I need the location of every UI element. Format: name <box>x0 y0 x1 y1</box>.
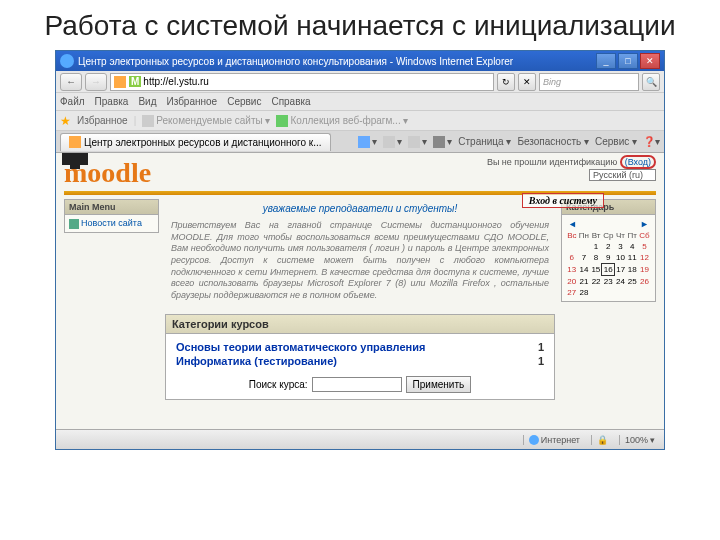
print-icon <box>433 136 445 148</box>
calendar-day-head: Чт <box>615 230 627 241</box>
calendar-cell[interactable]: 8 <box>590 252 602 264</box>
search-button[interactable]: 🔍 <box>642 73 660 91</box>
tool-print[interactable]: ▾ <box>433 136 452 148</box>
welcome-heading: уважаемые преподаватели и студенты! <box>165 199 555 218</box>
favorites-star-icon[interactable]: ★ <box>60 114 71 128</box>
calendar-day-head: Вт <box>590 230 602 241</box>
calendar-cell[interactable]: 15 <box>590 264 602 276</box>
site-icon <box>114 76 126 88</box>
calendar-cell[interactable]: 13 <box>566 264 578 276</box>
forward-button[interactable]: → <box>85 73 107 91</box>
news-link[interactable]: Новости сайта <box>81 218 142 228</box>
category-count: 1 <box>538 341 544 353</box>
menu-tools[interactable]: Сервис <box>227 96 261 107</box>
course-search-input[interactable] <box>312 377 402 392</box>
calendar-cell[interactable]: 21 <box>578 276 591 288</box>
calendar-cell[interactable]: 11 <box>626 252 638 264</box>
calendar-cell[interactable]: 10 <box>615 252 627 264</box>
calendar-cell[interactable]: 22 <box>590 276 602 288</box>
menu-view[interactable]: Вид <box>138 96 156 107</box>
minimize-button[interactable]: _ <box>596 53 616 69</box>
home-icon <box>358 136 370 148</box>
calendar-cell[interactable]: 7 <box>578 252 591 264</box>
categories-header: Категории курсов <box>165 314 555 334</box>
browser-tab[interactable]: Центр электронных ресурсов и дистанционн… <box>60 133 331 151</box>
calendar-cell[interactable]: 28 <box>578 287 591 298</box>
nav-toolbar: ← → M http://el.ystu.ru ↻ ✕ Bing 🔍 <box>56 71 664 93</box>
menu-file[interactable]: Файл <box>60 96 85 107</box>
back-button[interactable]: ← <box>60 73 82 91</box>
calendar-cell[interactable]: 17 <box>615 264 627 276</box>
sidebar-left: Main Menu Новости сайта <box>64 199 159 431</box>
login-link[interactable]: (Вход) <box>620 155 656 169</box>
status-protected: 🔒 <box>591 435 613 445</box>
menu-edit[interactable]: Правка <box>95 96 129 107</box>
menu-bar: Файл Правка Вид Избранное Сервис Справка <box>56 93 664 111</box>
stop-button[interactable]: ✕ <box>518 73 536 91</box>
calendar-cell[interactable]: 27 <box>566 287 578 298</box>
favorites-label[interactable]: Избранное <box>77 115 128 126</box>
close-button[interactable]: ✕ <box>640 53 660 69</box>
address-bar[interactable]: M http://el.ystu.ru <box>110 73 494 91</box>
news-icon <box>69 219 79 229</box>
calendar-cell[interactable]: 2 <box>602 241 615 252</box>
ie-icon <box>60 54 74 68</box>
status-internet: Интернет <box>523 435 585 445</box>
calendar-cell[interactable]: 3 <box>615 241 627 252</box>
calendar-cell[interactable]: 25 <box>626 276 638 288</box>
course-search-button[interactable]: Применить <box>406 376 472 393</box>
calendar-cell[interactable]: 4 <box>626 241 638 252</box>
search-box[interactable]: Bing <box>539 73 639 91</box>
main-column: уважаемые преподаватели и студенты! Прив… <box>165 199 555 431</box>
tab-favicon <box>69 136 81 148</box>
calendar-cell[interactable]: 24 <box>615 276 627 288</box>
calendar-cell[interactable]: 9 <box>602 252 615 264</box>
calendar-day-head: Пн <box>578 230 591 241</box>
calendar-cell[interactable]: 18 <box>626 264 638 276</box>
calendar-cell[interactable]: 12 <box>638 252 651 264</box>
tool-service[interactable]: Сервис ▾ <box>595 136 637 148</box>
calendar-cell <box>602 287 615 298</box>
login-info: Вы не прошли идентификацию (Вход) Русски… <box>487 157 656 181</box>
calendar-cell[interactable]: 20 <box>566 276 578 288</box>
calendar-cell[interactable]: 6 <box>566 252 578 264</box>
calendar-cell <box>615 287 627 298</box>
favorites-item-recommended[interactable]: Рекомендуемые сайты ▾ <box>142 115 270 127</box>
status-zoom[interactable]: 100% ▾ <box>619 435 660 445</box>
calendar-prev[interactable]: ◄ <box>568 219 577 229</box>
calendar-cell <box>566 241 578 252</box>
category-link[interactable]: Информатика (тестирование) <box>176 355 337 367</box>
tab-bar: Центр электронных ресурсов и дистанционн… <box>56 131 664 153</box>
menu-help[interactable]: Справка <box>271 96 310 107</box>
refresh-button[interactable]: ↻ <box>497 73 515 91</box>
calendar-cell[interactable]: 23 <box>602 276 615 288</box>
calendar-next[interactable]: ► <box>640 219 649 229</box>
tool-help[interactable]: ❓▾ <box>643 136 660 148</box>
tool-page[interactable]: Страница ▾ <box>458 136 511 148</box>
maximize-button[interactable]: □ <box>618 53 638 69</box>
graduation-cap-icon <box>62 153 88 165</box>
calendar-cell[interactable]: 26 <box>638 276 651 288</box>
tool-safety[interactable]: Безопасность ▾ <box>517 136 589 148</box>
calendar-cell <box>578 241 591 252</box>
calendar-cell[interactable]: 16 <box>602 264 615 276</box>
category-row: Основы теории автоматического управления… <box>172 340 548 354</box>
tool-mail[interactable]: ▾ <box>408 136 427 148</box>
site-icon <box>142 115 154 127</box>
calendar-cell[interactable]: 19 <box>638 264 651 276</box>
favorites-bar: ★ Избранное | Рекомендуемые сайты ▾ Колл… <box>56 111 664 131</box>
calendar-cell[interactable]: 1 <box>590 241 602 252</box>
category-link[interactable]: Основы теории автоматического управления <box>176 341 425 353</box>
language-select[interactable]: Русский (ru) <box>589 169 656 181</box>
calendar-cell[interactable]: 5 <box>638 241 651 252</box>
mainmenu-header: Main Menu <box>64 199 159 215</box>
calendar-cell <box>638 287 651 298</box>
tool-home[interactable]: ▾ <box>358 136 377 148</box>
calendar-cell[interactable]: 14 <box>578 264 591 276</box>
calendar-body: ◄ ► ВсПнВтСрЧтПтСб 123456789101112131415… <box>561 215 656 302</box>
calendar-day-head: Ср <box>602 230 615 241</box>
favorites-item-webslices[interactable]: Коллекция веб-фрагм... ▾ <box>276 115 408 127</box>
search-label: Поиск курса: <box>249 379 308 390</box>
tool-feeds[interactable]: ▾ <box>383 136 402 148</box>
menu-favorites[interactable]: Избранное <box>166 96 217 107</box>
